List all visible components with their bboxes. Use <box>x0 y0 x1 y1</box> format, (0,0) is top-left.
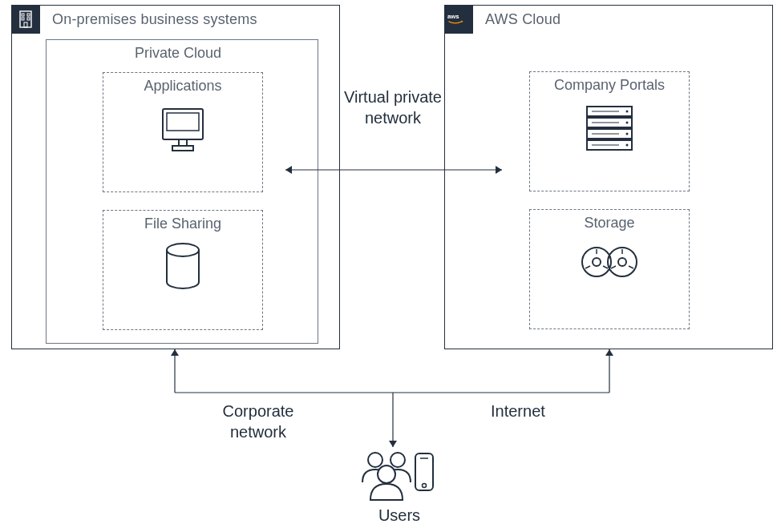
svg-rect-4 <box>27 18 30 20</box>
svg-point-23 <box>626 133 629 135</box>
svg-point-24 <box>626 144 629 147</box>
svg-point-47 <box>390 453 405 467</box>
svg-rect-7 <box>167 113 199 131</box>
tape-reels-icon <box>576 238 643 286</box>
svg-rect-3 <box>22 18 24 20</box>
svg-line-34 <box>629 266 633 268</box>
vpn-label: Virtual private network <box>329 87 457 128</box>
svg-rect-10 <box>172 146 193 151</box>
vpn-label-text: Virtual private network <box>344 88 442 127</box>
svg-point-22 <box>626 122 629 124</box>
company-portals-box: Company Portals <box>529 71 690 191</box>
private-cloud-title: Private Cloud <box>135 45 221 62</box>
monitor-icon <box>155 101 211 157</box>
svg-rect-2 <box>27 14 30 16</box>
aws-corner-icon: aws <box>444 5 473 34</box>
applications-label: Applications <box>103 78 262 95</box>
private-cloud-box: Private Cloud Applications File Sharing <box>46 39 318 344</box>
storage-box: Storage <box>529 209 690 329</box>
corporate-label: Corporate network <box>202 401 314 442</box>
svg-point-46 <box>368 453 382 467</box>
svg-point-26 <box>593 258 601 266</box>
building-icon <box>16 10 35 29</box>
cylinder-icon <box>159 239 207 296</box>
file-sharing-label: File Sharing <box>103 216 262 232</box>
svg-rect-1 <box>22 14 24 16</box>
svg-marker-39 <box>171 349 179 356</box>
svg-point-11 <box>167 244 199 256</box>
svg-rect-5 <box>24 22 27 27</box>
svg-line-33 <box>611 266 616 268</box>
svg-text:aws: aws <box>447 13 459 20</box>
users-label: Users <box>351 505 447 526</box>
onprem-corner-icon <box>11 5 40 34</box>
company-portals-label: Company Portals <box>530 77 689 94</box>
svg-line-29 <box>603 266 608 268</box>
file-sharing-box: File Sharing <box>103 210 263 330</box>
aws-logo-icon: aws <box>447 12 470 26</box>
svg-marker-42 <box>389 441 397 447</box>
svg-line-28 <box>585 266 590 268</box>
internet-label: Internet <box>491 401 571 421</box>
users-block: Users <box>351 447 447 526</box>
svg-marker-44 <box>605 349 613 356</box>
svg-rect-49 <box>415 453 433 490</box>
aws-group: aws AWS Cloud Company Portals <box>444 5 773 349</box>
onprem-group: On-premises business systems Private Clo… <box>11 5 340 349</box>
server-rack-icon <box>579 100 640 156</box>
corporate-label-text: Corporate network <box>223 402 294 441</box>
svg-point-21 <box>626 111 629 113</box>
applications-box: Applications <box>103 72 263 192</box>
storage-label: Storage <box>530 215 689 232</box>
users-icon <box>351 447 439 503</box>
onprem-title: On-premises business systems <box>52 11 257 28</box>
internet-label-text: Internet <box>491 402 545 420</box>
svg-point-48 <box>378 466 395 483</box>
aws-title: AWS Cloud <box>485 11 560 28</box>
svg-point-31 <box>618 258 626 266</box>
